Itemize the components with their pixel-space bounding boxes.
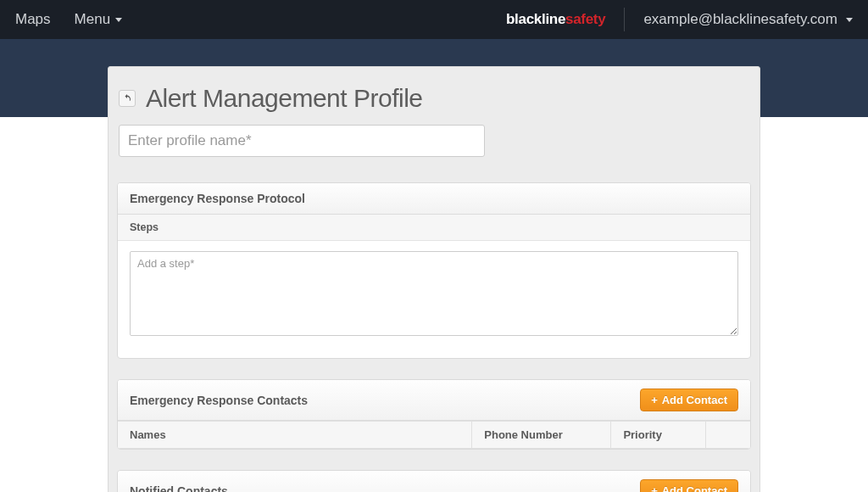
brand-accent: safety [565, 11, 605, 27]
add-emergency-contact-button[interactable]: + Add Contact [640, 389, 738, 411]
profile-name-input[interactable] [119, 125, 485, 157]
protocol-header: Emergency Response Protocol [118, 183, 750, 215]
add-notified-contact-button[interactable]: + Add Contact [640, 479, 738, 492]
account-email: example@blacklinesafety.com [643, 11, 837, 28]
col-priority: Priority [611, 422, 706, 449]
protocol-panel: Emergency Response Protocol Steps [117, 182, 751, 359]
notified-contacts-panel: Notified Contacts + Add Contact [117, 470, 751, 492]
account-menu[interactable]: example@blacklinesafety.com [643, 11, 853, 28]
chevron-down-icon [846, 18, 853, 22]
brand-logo: blacklinesafety [506, 11, 605, 28]
plus-icon: + [651, 485, 658, 492]
plus-icon: + [651, 394, 658, 405]
emergency-contacts-panel: Emergency Response Contacts + Add Contac… [117, 379, 751, 450]
protocol-steps-label: Steps [118, 215, 750, 241]
nav-maps[interactable]: Maps [15, 11, 51, 28]
brand-primary: blackline [506, 11, 565, 27]
col-phone: Phone Number [472, 422, 611, 449]
navbar-divider [624, 8, 625, 31]
page-title: Alert Management Profile [146, 84, 423, 113]
table-header-row: Names Phone Number Priority [118, 422, 750, 449]
top-navbar: Maps Menu blacklinesafety example@blackl… [0, 0, 868, 39]
add-notified-contact-label: Add Contact [662, 484, 727, 492]
nav-maps-label: Maps [15, 11, 51, 28]
emergency-contacts-table: Names Phone Number Priority [118, 421, 750, 449]
add-emergency-contact-label: Add Contact [662, 394, 727, 406]
page-card: Alert Management Profile Emergency Respo… [108, 66, 760, 492]
notified-contacts-header: Notified Contacts [130, 484, 228, 493]
back-button[interactable] [119, 90, 136, 107]
nav-menu-label: Menu [75, 11, 111, 28]
col-names: Names [118, 422, 472, 449]
chevron-down-icon [115, 18, 122, 22]
col-actions [706, 422, 750, 449]
nav-menu[interactable]: Menu [75, 11, 123, 28]
undo-icon [122, 93, 132, 103]
emergency-contacts-header: Emergency Response Contacts [130, 394, 308, 407]
protocol-header-label: Emergency Response Protocol [130, 192, 305, 205]
step-textarea[interactable] [130, 251, 738, 336]
